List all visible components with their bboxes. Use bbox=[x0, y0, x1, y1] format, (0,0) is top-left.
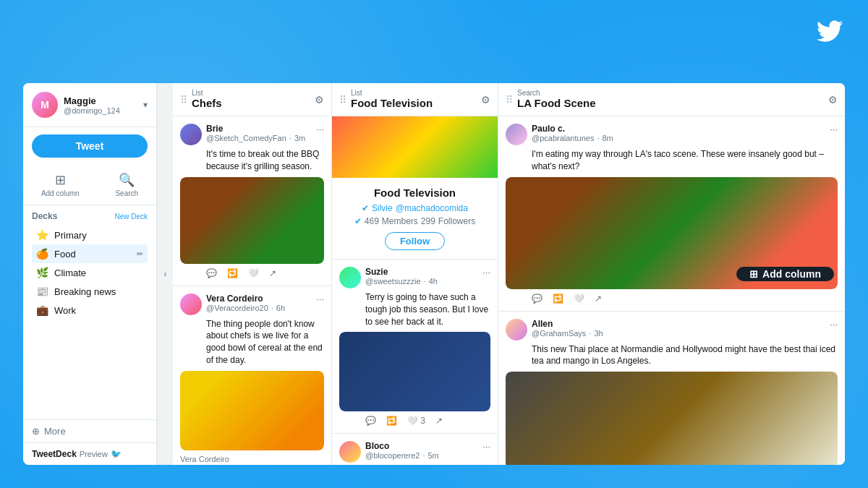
tweet-suzie-timestamp: 4h bbox=[429, 277, 438, 286]
avatar-suzie bbox=[339, 267, 361, 288]
like-action[interactable]: 🤍 bbox=[248, 268, 259, 278]
followers-count: 299 bbox=[421, 216, 435, 226]
tweet-allen: Allen @GrahamSays · 3h ··· This new Thai… bbox=[498, 312, 845, 465]
tweet-vera-more-icon[interactable]: ··· bbox=[316, 294, 324, 304]
retweet-action-paulo[interactable]: 🔁 bbox=[553, 294, 563, 304]
tweet-brie-user: Brie @Sketch_ComedyFan · 3m bbox=[180, 124, 305, 145]
more-section[interactable]: ⊕ More bbox=[23, 419, 156, 442]
main-container: M Maggie @domingo_124 ▾ Tweet ⊞ Add colu… bbox=[23, 83, 845, 465]
deck-label-food: Food bbox=[54, 249, 76, 260]
column-la-header: ⠿ Search LA Food Scene ⚙ bbox=[498, 83, 845, 116]
column-food-tv-header: ⠿ List Food Television ⚙ bbox=[332, 83, 498, 116]
tweet-button[interactable]: Tweet bbox=[32, 134, 148, 158]
column-settings-food-tv-icon[interactable]: ⚙ bbox=[481, 94, 490, 106]
tweet-allen-handle: @GrahamSays bbox=[532, 329, 586, 338]
column-chefs: ⠿ List Chefs ⚙ Brie bbox=[173, 83, 332, 465]
tweet-suzie-header: Suzie @sweetsuzzzie · 4h ··· bbox=[339, 267, 490, 288]
column-food-tv-content: Suzie @sweetsuzzzie · 4h ··· Terry is go… bbox=[332, 260, 498, 465]
deck-item-primary[interactable]: ⭐ Primary bbox=[32, 226, 148, 244]
tweet-vera-image bbox=[180, 371, 324, 450]
tweet-bloco-user: Bloco @blocoperere2 · 5m bbox=[339, 441, 439, 463]
tweet-bloco-name: Bloco bbox=[365, 441, 439, 451]
twitter-logo bbox=[817, 18, 843, 51]
more-label: More bbox=[44, 426, 66, 437]
deck-item-climate[interactable]: 🌿 Climate bbox=[32, 263, 148, 282]
new-deck-button[interactable]: New Deck bbox=[114, 213, 148, 221]
tweet-paulo-more-icon[interactable]: ··· bbox=[830, 124, 838, 134]
like-action-paulo[interactable]: 🤍 bbox=[574, 294, 584, 304]
user-profile-area[interactable]: M Maggie @domingo_124 bbox=[32, 92, 120, 118]
avatar: M bbox=[32, 92, 58, 118]
tweet-brie-image bbox=[180, 177, 324, 264]
avatar-paulo bbox=[506, 124, 527, 145]
user-handle: @domingo_124 bbox=[64, 106, 120, 115]
column-type-list-food-tv: List bbox=[351, 89, 433, 97]
tweet-paulo-handle: @pcabralantunes bbox=[532, 134, 594, 142]
tweetdeck-footer: TweetDeck Preview 🐦 bbox=[23, 442, 156, 465]
deck-item-breaking-news[interactable]: 📰 Breaking news bbox=[32, 282, 148, 301]
reply-action-paulo[interactable]: 💬 bbox=[532, 294, 542, 304]
column-chefs-header: ⠿ List Chefs ⚙ bbox=[173, 83, 331, 116]
share-action-paulo[interactable]: ↗ bbox=[595, 294, 602, 304]
column-title-food-tv: Food Television bbox=[351, 97, 433, 109]
retweet-action[interactable]: 🔁 bbox=[227, 268, 238, 278]
list-popup: Food Television ✔ Silvie @machadocomida … bbox=[332, 178, 498, 260]
tweet-suzie-more-icon[interactable]: ··· bbox=[482, 267, 490, 278]
reply-action-suzie[interactable]: 💬 bbox=[365, 416, 376, 426]
column-settings-la-icon[interactable]: ⚙ bbox=[828, 94, 838, 106]
sidebar-collapse-button[interactable]: ‹ bbox=[157, 83, 173, 465]
deck-item-work[interactable]: 💼 Work bbox=[32, 301, 148, 320]
deck-label-breaking-news: Breaking news bbox=[54, 286, 116, 297]
column-settings-icon[interactable]: ⚙ bbox=[315, 94, 324, 106]
column-type-search: Search bbox=[517, 89, 596, 97]
tweet-brie-more-icon[interactable]: ··· bbox=[316, 124, 324, 134]
deck-item-food[interactable]: 🍊 Food ✏ bbox=[32, 244, 148, 263]
chevron-down-icon[interactable]: ▾ bbox=[143, 100, 148, 110]
members-count: 469 bbox=[365, 216, 379, 226]
decks-header: Decks New Deck bbox=[32, 211, 148, 221]
list-popup-stats: ✔ 469 Members 299 Followers bbox=[341, 216, 489, 226]
display-name: Maggie bbox=[64, 95, 120, 106]
list-owner-name: Silvie bbox=[372, 203, 393, 213]
reply-action[interactable]: 💬 bbox=[206, 268, 217, 278]
tweet-brie-time: · bbox=[289, 134, 292, 142]
followers-label: Followers bbox=[438, 216, 475, 226]
search-icon: 🔍 bbox=[119, 172, 135, 188]
add-column-button[interactable]: ⊞ Add column bbox=[736, 267, 834, 281]
tweet-vera: Vera Cordeiro @Veracordeiro20 · 6h ··· T… bbox=[173, 286, 331, 465]
add-column-nav-label: Add column bbox=[41, 189, 80, 197]
tweet-allen-more-icon[interactable]: ··· bbox=[830, 319, 838, 330]
share-action[interactable]: ↗ bbox=[269, 268, 276, 278]
tweet-brie-handle: @Sketch_ComedyFan bbox=[206, 134, 286, 142]
follow-button[interactable]: Follow bbox=[385, 232, 445, 250]
column-title-la: LA Food Scene bbox=[517, 97, 596, 109]
tweet-suzie-user: Suzie @sweetsuzzzie · 4h bbox=[339, 267, 438, 288]
deck-edit-icon: ✏ bbox=[137, 249, 143, 259]
tweet-bloco-more-icon[interactable]: ··· bbox=[482, 441, 490, 452]
column-chefs-content: Brie @Sketch_ComedyFan · 3m ··· It's tim… bbox=[173, 116, 331, 465]
column-la-content: Paulo c. @pcabralantunes · 8m ··· I'm ea… bbox=[498, 116, 845, 465]
add-column-nav-item[interactable]: ⊞ Add column bbox=[35, 169, 85, 200]
avatar-allen bbox=[506, 319, 527, 341]
search-nav-item[interactable]: 🔍 Search bbox=[109, 169, 144, 200]
add-column-btn-label: Add column bbox=[762, 268, 821, 280]
decks-section: Decks New Deck ⭐ Primary 🍊 Food ✏ 🌿 Clim… bbox=[23, 205, 156, 419]
tweet-paulo-name: Paulo c. bbox=[532, 124, 613, 134]
members-label: Members bbox=[382, 216, 418, 226]
tweet-suzie-actions: 💬 🔁 🤍 3 ↗ bbox=[339, 416, 490, 426]
add-column-icon: ⊞ bbox=[55, 172, 66, 188]
sidebar: M Maggie @domingo_124 ▾ Tweet ⊞ Add colu… bbox=[23, 83, 157, 465]
tweet-paulo-header: Paulo c. @pcabralantunes · 8m ··· bbox=[506, 124, 838, 145]
climate-icon: 🌿 bbox=[36, 267, 48, 278]
retweet-action-suzie[interactable]: 🔁 bbox=[386, 416, 397, 426]
share-action-suzie[interactable]: ↗ bbox=[435, 416, 443, 426]
drag-handle-la-icon[interactable]: ⠿ bbox=[506, 94, 513, 106]
tweet-brie-name: Brie bbox=[206, 124, 305, 134]
tweet-paulo-actions: 💬 🔁 🤍 ↗ bbox=[506, 294, 838, 304]
drag-handle-food-tv-icon[interactable]: ⠿ bbox=[339, 94, 346, 106]
tweet-allen-header: Allen @GrahamSays · 3h ··· bbox=[506, 319, 838, 341]
column-chefs-header-left: ⠿ List Chefs bbox=[180, 89, 222, 110]
like-action-suzie[interactable]: 🤍 3 bbox=[407, 416, 425, 426]
tweet-vera-attribution: Vera Cordeiro bbox=[180, 455, 324, 463]
drag-handle-icon[interactable]: ⠿ bbox=[180, 94, 187, 106]
